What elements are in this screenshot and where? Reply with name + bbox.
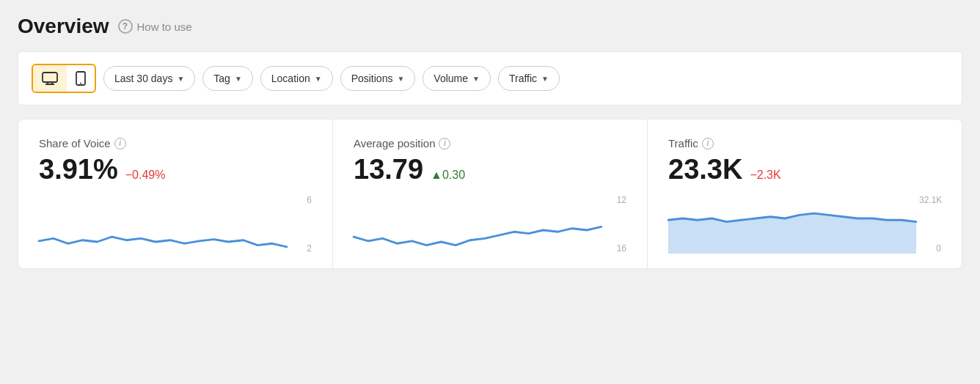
share-of-voice-card: Share of Voice i 3.91% −0.49% 6 2 <box>18 119 333 268</box>
share-of-voice-value-row: 3.91% −0.49% <box>39 155 312 183</box>
location-filter-button[interactable]: Location ▼ <box>260 66 333 91</box>
date-filter-label: Last 30 days <box>114 73 172 84</box>
share-of-voice-y-axis: 6 2 <box>290 195 312 254</box>
average-position-chart: 12 16 <box>354 195 626 254</box>
traffic-value-row: 23.3K −2.3K <box>668 155 941 183</box>
mobile-device-button[interactable] <box>67 65 95 92</box>
traffic-chart: 32.1K 0 <box>668 195 941 254</box>
traffic-y-axis: 32.1K 0 <box>919 195 941 254</box>
average-position-title: Average position i <box>354 137 626 149</box>
date-filter-arrow: ▼ <box>177 75 184 83</box>
positions-filter-arrow: ▼ <box>397 75 404 83</box>
device-toggle <box>32 64 96 93</box>
page-header: Overview ? How to use <box>18 15 962 38</box>
average-position-main-value: 13.79 <box>354 155 423 183</box>
volume-filter-label: Volume <box>434 73 468 84</box>
help-icon: ? <box>118 19 133 34</box>
desktop-device-button[interactable] <box>33 65 67 92</box>
average-position-card: Average position i 13.79 ▲0.30 12 16 <box>333 119 648 268</box>
how-to-use-label: How to use <box>137 21 192 33</box>
share-of-voice-title: Share of Voice i <box>39 137 312 149</box>
page-title: Overview <box>18 15 109 38</box>
traffic-card: Traffic i 23.3K −2.3K 32.1K 0 <box>648 119 962 268</box>
traffic-info-icon[interactable]: i <box>702 138 714 149</box>
traffic-delta: −2.3K <box>750 169 780 182</box>
positions-filter-label: Positions <box>351 73 393 84</box>
tag-filter-label: Tag <box>213 73 230 84</box>
toolbar: Last 30 days ▼ Tag ▼ Location ▼ Position… <box>18 51 962 106</box>
share-of-voice-chart: 6 2 <box>39 195 312 254</box>
traffic-filter-label: Traffic <box>509 73 537 84</box>
tag-filter-button[interactable]: Tag ▼ <box>202 66 252 91</box>
tag-filter-arrow: ▼ <box>235 75 242 83</box>
date-filter-button[interactable]: Last 30 days ▼ <box>103 66 195 91</box>
svg-rect-0 <box>43 73 57 82</box>
desktop-icon <box>42 72 58 85</box>
traffic-main-value: 23.3K <box>668 155 742 183</box>
positions-filter-button[interactable]: Positions ▼ <box>340 66 416 91</box>
cards-row: Share of Voice i 3.91% −0.49% 6 2 Averag… <box>18 119 962 269</box>
average-position-delta: ▲0.30 <box>431 169 465 182</box>
average-position-value-row: 13.79 ▲0.30 <box>354 155 626 183</box>
volume-filter-arrow: ▼ <box>472 75 480 83</box>
location-filter-label: Location <box>271 73 310 84</box>
how-to-use-button[interactable]: ? How to use <box>118 19 192 34</box>
traffic-title: Traffic i <box>668 137 941 149</box>
mobile-icon <box>76 71 86 86</box>
share-of-voice-info-icon[interactable]: i <box>114 138 126 149</box>
average-position-y-axis: 12 16 <box>604 195 626 254</box>
traffic-filter-arrow: ▼ <box>541 75 549 83</box>
average-position-info-icon[interactable]: i <box>439 138 450 149</box>
volume-filter-button[interactable]: Volume ▼ <box>423 66 491 91</box>
share-of-voice-main-value: 3.91% <box>39 155 118 183</box>
share-of-voice-delta: −0.49% <box>125 169 166 182</box>
svg-point-5 <box>80 83 81 84</box>
traffic-filter-button[interactable]: Traffic ▼ <box>498 66 560 91</box>
location-filter-arrow: ▼ <box>315 75 322 83</box>
